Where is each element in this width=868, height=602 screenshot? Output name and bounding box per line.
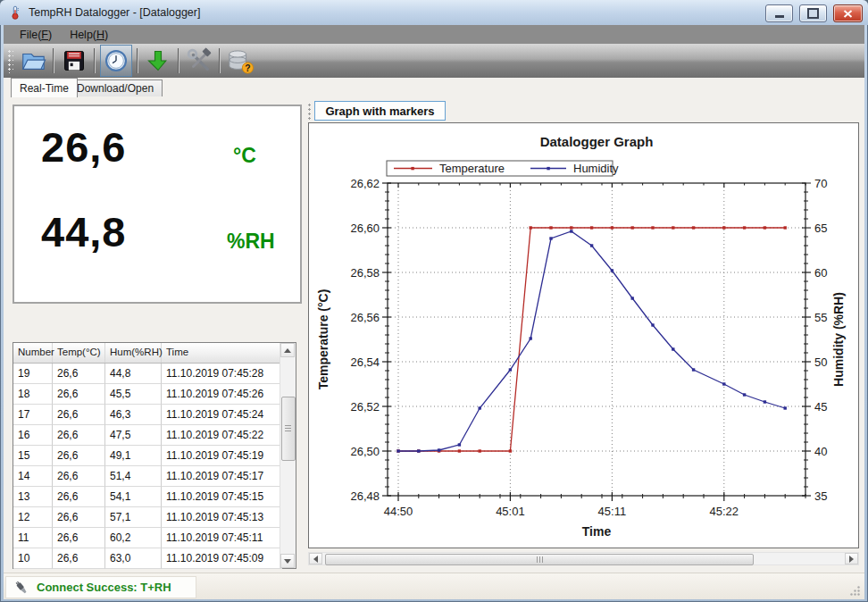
- database-query-button[interactable]: ?: [225, 46, 255, 76]
- real-time-panel: 26,6 °C 44,8 %RH NumberTemp(°C)Hum(%RH)T…: [4, 96, 864, 573]
- column-header[interactable]: Number: [13, 343, 53, 363]
- scrollbar-thumb[interactable]: [281, 397, 296, 461]
- table-cell: 49,1: [105, 446, 162, 466]
- column-header[interactable]: Hum(%RH): [105, 343, 162, 363]
- menu-bar: File(F) Help(H): [4, 25, 864, 45]
- svg-text:26,60: 26,60: [350, 222, 380, 235]
- tab-download-open[interactable]: Download/Open: [68, 79, 163, 96]
- download-arrow-icon: [146, 48, 171, 73]
- status-bar: Connect Success: T+RH: [4, 573, 864, 599]
- table-row[interactable]: 1326,654,111.10.2019 07:45:15: [13, 487, 296, 507]
- table-cell: 11.10.2019 07:45:24: [162, 405, 282, 425]
- scrollbar-thumb[interactable]: [325, 554, 754, 565]
- svg-text:40: 40: [814, 445, 827, 458]
- table-row[interactable]: 1526,649,111.10.2019 07:45:19: [13, 446, 296, 466]
- scroll-up-button[interactable]: [280, 343, 295, 357]
- column-header[interactable]: Time: [162, 343, 282, 363]
- svg-text:Datalogger Graph: Datalogger Graph: [540, 134, 654, 149]
- tab-strip: Real-Time Download/Open: [4, 78, 864, 96]
- tab-real-time[interactable]: Real-Time: [11, 78, 78, 97]
- table-row[interactable]: 1226,657,111.10.2019 07:45:13: [13, 507, 296, 528]
- table-row[interactable]: 1626,647,511.10.2019 07:45:22: [13, 425, 296, 446]
- download-button[interactable]: [143, 46, 173, 76]
- minimize-button[interactable]: [765, 4, 793, 22]
- svg-text:45:01: 45:01: [496, 505, 525, 518]
- splitter-gripper[interactable]: [307, 103, 312, 121]
- table-cell: 11.10.2019 07:45:28: [162, 364, 282, 384]
- table-cell: 26,6: [53, 487, 105, 507]
- svg-text:45:22: 45:22: [710, 505, 739, 518]
- toolbar: ?: [4, 44, 864, 79]
- table-row[interactable]: 1926,644,811.10.2019 07:45:28: [13, 364, 296, 384]
- table-cell: 46,3: [105, 405, 162, 425]
- table-cell: 13: [13, 487, 53, 507]
- table-cell: 19: [13, 364, 53, 384]
- toolbar-separator: [94, 48, 96, 73]
- maximize-button[interactable]: [799, 4, 827, 22]
- table-row[interactable]: 1726,646,311.10.2019 07:45:24: [13, 405, 296, 425]
- maximize-icon: [807, 8, 819, 19]
- scroll-down-button[interactable]: [280, 554, 295, 568]
- table-header: NumberTemp(°C)Hum(%RH)Time: [13, 343, 296, 364]
- column-header[interactable]: Temp(°C): [53, 343, 105, 363]
- table-cell: 54,1: [105, 487, 162, 507]
- table-cell: 12: [13, 507, 53, 528]
- table-vertical-scrollbar[interactable]: [280, 343, 296, 568]
- table-row[interactable]: 1426,651,411.10.2019 07:45:17: [13, 466, 296, 487]
- toolbar-separator: [178, 48, 179, 73]
- svg-text:Time: Time: [582, 524, 612, 539]
- temperature-value: 26,6: [41, 122, 126, 171]
- database-question-icon: ?: [226, 47, 255, 74]
- table-row[interactable]: 1026,663,011.10.2019 07:45:09: [13, 548, 296, 569]
- arrow-down-icon: [284, 559, 291, 564]
- table-row[interactable]: 1126,660,211.10.2019 07:45:11: [13, 528, 296, 548]
- toolbar-separator: [137, 48, 138, 73]
- minimize-icon: [775, 15, 784, 18]
- svg-text:70: 70: [814, 177, 827, 190]
- svg-text:50: 50: [814, 355, 827, 369]
- chart-canvas: 26,4826,5026,5226,5426,5626,5826,6026,62…: [309, 123, 858, 548]
- humidity-value: 44,8: [41, 207, 126, 256]
- table-row[interactable]: 1826,645,511.10.2019 07:45:26: [13, 384, 296, 405]
- scroll-left-button[interactable]: [309, 553, 322, 564]
- svg-text:Humidity (%RH): Humidity (%RH): [831, 292, 846, 387]
- real-time-button[interactable]: [100, 45, 132, 77]
- save-floppy-icon: [62, 48, 87, 73]
- table-cell: 26,6: [53, 405, 105, 425]
- table-cell: 11.10.2019 07:45:13: [162, 507, 282, 528]
- svg-text:?: ?: [245, 63, 250, 73]
- table-cell: 26,6: [53, 425, 105, 446]
- svg-text:Humidity: Humidity: [573, 162, 619, 175]
- table-cell: 11.10.2019 07:45:11: [162, 528, 282, 548]
- svg-text:26,54: 26,54: [350, 355, 380, 369]
- table-cell: 63,0: [105, 548, 162, 569]
- window-title: TempRH Datalogger - [Datalogger]: [29, 6, 200, 19]
- temperature-unit: °C: [233, 144, 256, 168]
- resize-grip[interactable]: [849, 585, 861, 597]
- save-button[interactable]: [59, 46, 89, 76]
- table-cell: 26,6: [53, 446, 105, 466]
- graph-with-markers-button[interactable]: Graph with markers: [314, 101, 446, 121]
- menu-help[interactable]: Help(H): [61, 29, 117, 41]
- status-message: Connect Success: T+RH: [37, 581, 171, 594]
- close-button[interactable]: [833, 4, 863, 22]
- table-cell: 11.10.2019 07:45:19: [162, 446, 282, 466]
- title-bar[interactable]: TempRH Datalogger - [Datalogger]: [0, 0, 868, 25]
- readout-panel: 26,6 °C 44,8 %RH: [13, 105, 302, 304]
- close-icon: [843, 10, 853, 18]
- scroll-right-button[interactable]: [845, 553, 858, 564]
- chart-horizontal-scrollbar[interactable]: [308, 552, 859, 565]
- toolbar-gripper[interactable]: [6, 48, 13, 73]
- connector-icon: [13, 580, 29, 596]
- table-cell: 26,6: [53, 507, 105, 528]
- svg-text:Temperature: Temperature: [439, 162, 505, 175]
- table-cell: 45,5: [105, 384, 162, 405]
- table-cell: 26,6: [53, 528, 105, 548]
- menu-file[interactable]: File(F): [4, 29, 61, 41]
- table-cell: 14: [13, 466, 53, 487]
- connection-status: Connect Success: T+RH: [5, 576, 196, 598]
- settings-button[interactable]: [184, 46, 214, 76]
- open-file-button[interactable]: [18, 46, 48, 76]
- arrow-right-icon: [849, 556, 854, 563]
- table-cell: 26,6: [53, 364, 105, 384]
